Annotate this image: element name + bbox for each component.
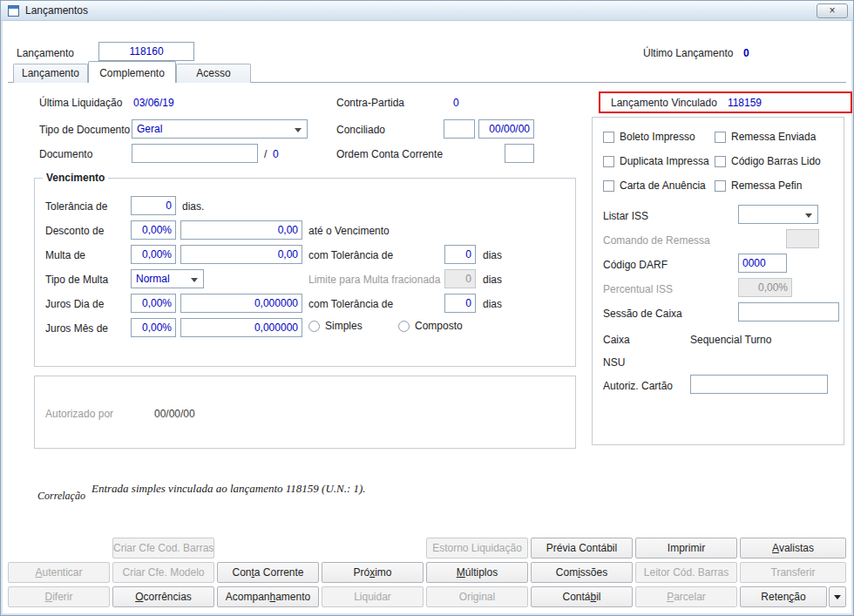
sessao-caixa-input[interactable] xyxy=(738,302,839,322)
conciliado-date-input[interactable] xyxy=(478,119,534,139)
multa-pct-input[interactable] xyxy=(131,245,176,264)
liquidar-button: Liquidar xyxy=(322,586,424,607)
radio-simples[interactable]: Simples xyxy=(308,320,363,332)
codigo-darf-input[interactable] xyxy=(738,254,787,273)
desconto-valor-input[interactable] xyxy=(180,220,302,240)
caixa-value: Sequencial Turno xyxy=(690,334,771,346)
conciliado-label: Conciliado xyxy=(336,124,385,136)
ordem-conta-corrente-input[interactable] xyxy=(505,144,534,163)
tab-lancamento[interactable]: Lançamento xyxy=(13,64,88,83)
original-button: Original xyxy=(426,586,528,607)
parcelar-button: Parcelar xyxy=(635,586,737,607)
contra-partida-value: 0 xyxy=(453,97,459,109)
multiplos-button[interactable]: Múltiplos xyxy=(426,562,528,583)
nsu-label: NSU xyxy=(603,356,625,369)
multa-valor-input[interactable] xyxy=(180,245,302,264)
multa-tolerancia-label: com Tolerância de xyxy=(308,249,393,261)
tab-acesso[interactable]: Acesso xyxy=(176,64,251,83)
documento-seq-value: 0 xyxy=(273,148,279,160)
checkbox-box xyxy=(603,156,614,167)
title-bar[interactable]: Lançamentos × xyxy=(1,1,853,21)
contabil-button[interactable]: Contábil xyxy=(531,586,633,607)
transferir-button: Transferir xyxy=(740,562,846,583)
tipo-documento-select[interactable]: Geral xyxy=(132,119,308,139)
checkbox-boleto-impresso[interactable]: Boleto Impresso xyxy=(603,131,695,143)
juros-mes-pct-input[interactable] xyxy=(131,318,176,337)
radio-simples-label: Simples xyxy=(325,320,363,332)
retencao-dropdown-button[interactable] xyxy=(829,586,846,607)
caixa-label: Caixa xyxy=(603,334,630,346)
autorizado-por-value: 00/00/00 xyxy=(154,408,195,420)
tipo-multa-select[interactable]: Normal xyxy=(131,269,204,288)
checkbox-label: Duplicata Impressa xyxy=(620,155,709,167)
juros-dia-valor-input[interactable] xyxy=(180,294,302,313)
juros-dia-tolerancia-input[interactable] xyxy=(444,294,476,313)
autoriz-cartao-input[interactable] xyxy=(690,375,828,394)
checkbox-remessa-enviada[interactable]: Remessa Enviada xyxy=(715,131,816,143)
proximo-button[interactable]: Próximo xyxy=(322,562,424,583)
juros-dia-pct-input[interactable] xyxy=(131,294,176,313)
previa-contabil-button[interactable]: Prévia Contábil xyxy=(531,538,633,558)
checkbox-box xyxy=(603,180,614,192)
conta-corrente-button[interactable]: Conta Corrente xyxy=(217,562,319,583)
sessao-caixa-label: Sessão de Caixa xyxy=(603,308,682,320)
documento-label: Documento xyxy=(39,148,92,160)
comando-remessa-input xyxy=(786,229,819,248)
imprimir-button[interactable]: Imprimir xyxy=(635,538,737,558)
checkbox-box xyxy=(715,156,726,167)
diferir-button: Diferir xyxy=(8,586,110,607)
checkbox-codigo-barras-lido[interactable]: Código Barras Lido xyxy=(715,155,821,167)
acompanhamento-button[interactable]: Acompanhamento xyxy=(217,586,319,607)
avalistas-button[interactable]: Avalistas xyxy=(740,538,846,558)
desconto-pct-input[interactable] xyxy=(131,220,176,240)
lancamento-label: Lançamento xyxy=(17,47,74,59)
checkbox-label: Remessa Enviada xyxy=(731,131,816,143)
checkbox-label: Carta de Anuência xyxy=(620,179,706,192)
checkbox-carta-anuencia[interactable]: Carta de Anuência xyxy=(603,179,706,192)
multa-tolerancia-input[interactable] xyxy=(444,245,476,264)
juros-dia-dias-suffix: dias xyxy=(483,298,502,310)
ocorrencias-button[interactable]: Ocorrências xyxy=(112,586,214,607)
contra-partida-label: Contra-Partida xyxy=(336,97,404,109)
tolerancia-input[interactable] xyxy=(131,196,176,215)
juros-dia-tolerancia-label: com Tolerância de xyxy=(308,298,393,310)
documento-input[interactable] xyxy=(132,144,258,163)
listar-iss-label: Listar ISS xyxy=(603,210,648,222)
lancamentos-window: Lançamentos × Lançamento Último Lançamen… xyxy=(0,0,854,616)
tab-complemento[interactable]: Complemento xyxy=(88,61,176,83)
comissoes-button[interactable]: Comissões xyxy=(531,562,633,583)
percentual-iss-input xyxy=(738,278,792,297)
radio-composto[interactable]: Composto xyxy=(398,320,463,332)
close-icon: × xyxy=(829,4,835,17)
multa-dias-suffix: dias xyxy=(483,249,502,261)
correlacao-label: Correlação xyxy=(37,490,85,503)
limite-multa-input xyxy=(444,269,476,288)
retencao-button[interactable]: Retenção xyxy=(740,586,827,607)
limite-multa-label: Limite para Multa fracionada xyxy=(308,274,437,286)
documento-separator: / xyxy=(264,148,267,160)
juros-dia-label: Juros Dia de xyxy=(45,298,104,310)
dropdown-arrow-icon xyxy=(834,595,841,599)
window-icon xyxy=(8,5,19,17)
listar-iss-select[interactable] xyxy=(738,205,818,224)
estorno-liquidacao-button: Estorno Liquidação xyxy=(426,538,528,558)
lancamento-vinculado-value: 118159 xyxy=(728,97,762,109)
tipo-multa-label: Tipo de Multa xyxy=(45,274,108,286)
tipo-documento-label: Tipo de Documento xyxy=(39,124,130,136)
juros-mes-valor-input[interactable] xyxy=(180,318,302,337)
desconto-label: Desconto de xyxy=(45,225,104,237)
conciliado-input[interactable] xyxy=(444,119,475,139)
tolerancia-suffix: dias. xyxy=(182,200,204,213)
checkbox-box xyxy=(603,132,614,143)
vencimento-title: Vencimento xyxy=(43,172,108,184)
tipo-documento-value: Geral xyxy=(137,123,162,135)
lancamento-input[interactable] xyxy=(98,42,194,61)
close-button[interactable]: × xyxy=(817,3,848,18)
correlacao-text: Entrada simples vinculada ao lançamento … xyxy=(92,482,366,496)
right-panel: Boleto Impresso Remessa Enviada Duplicat… xyxy=(592,117,844,445)
autorizado-por-label: Autorizado por xyxy=(45,408,113,420)
checkbox-duplicata-impressa[interactable]: Duplicata Impressa xyxy=(603,155,709,167)
lancamento-vinculado-highlight: Lançamento Vinculado 118159 xyxy=(599,91,852,113)
desconto-suffix: até o Vencimento xyxy=(308,225,390,237)
checkbox-remessa-pefin[interactable]: Remessa Pefin xyxy=(715,179,802,192)
